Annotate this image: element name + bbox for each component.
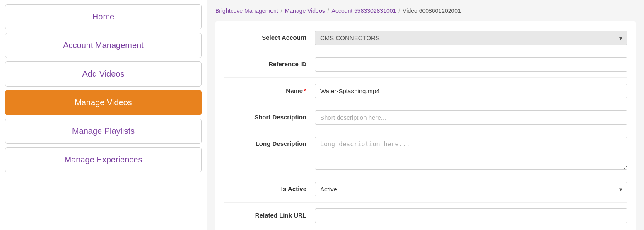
- form-row-related-link-url: Related Link URL: [224, 203, 627, 229]
- form-label-reference-id: Reference ID: [224, 57, 306, 68]
- input-reference-id[interactable]: [315, 57, 627, 72]
- form-label-related-link-url: Related Link URL: [224, 208, 306, 219]
- input-short-description[interactable]: [315, 110, 627, 125]
- form-label-short-description: Short Description: [224, 110, 306, 121]
- breadcrumb: Brightcove Management / Manage Videos / …: [215, 0, 636, 21]
- main-content: Brightcove Management / Manage Videos / …: [207, 0, 644, 230]
- form-label-long-description: Long Description: [224, 137, 306, 147]
- select-select-account[interactable]: CMS CONNECTORS: [315, 31, 627, 45]
- select-is-active[interactable]: ActiveInactive: [315, 182, 627, 196]
- form-label-name: Name*: [224, 84, 306, 94]
- sidebar-item-home[interactable]: Home: [5, 4, 202, 29]
- textarea-long-description[interactable]: [315, 137, 627, 170]
- breadcrumb-separator: /: [281, 7, 282, 14]
- breadcrumb-separator: /: [328, 7, 329, 14]
- form-row-is-active: Is ActiveActiveInactive▼: [224, 176, 627, 203]
- breadcrumb-item-account[interactable]: Account 5583302831001: [332, 7, 396, 14]
- input-name[interactable]: [315, 84, 627, 98]
- sidebar-item-manage-videos[interactable]: Manage Videos: [5, 90, 202, 115]
- form-row-select-account: Select AccountCMS CONNECTORS▼: [224, 25, 627, 51]
- form-area: Select AccountCMS CONNECTORS▼Reference I…: [215, 21, 636, 230]
- sidebar: HomeAccount ManagementAdd VideosManage V…: [0, 0, 207, 230]
- select-wrapper-is-active: ActiveInactive▼: [315, 182, 627, 196]
- input-related-link-url[interactable]: [315, 208, 627, 223]
- form-label-select-account: Select Account: [224, 31, 306, 41]
- required-indicator: *: [304, 87, 306, 94]
- sidebar-item-manage-experiences[interactable]: Manage Experiences: [5, 147, 202, 172]
- breadcrumb-item-brightcove-management[interactable]: Brightcove Management: [215, 7, 278, 14]
- breadcrumb-separator: /: [398, 7, 400, 14]
- form-label-is-active: Is Active: [224, 182, 306, 192]
- sidebar-item-manage-playlists[interactable]: Manage Playlists: [5, 119, 202, 144]
- breadcrumb-item-manage-videos[interactable]: Manage Videos: [285, 7, 325, 14]
- form-row-name: Name*: [224, 78, 627, 104]
- form-row-short-description: Short Description: [224, 104, 627, 131]
- form-row-long-description: Long Description: [224, 131, 627, 176]
- sidebar-item-account-management[interactable]: Account Management: [5, 33, 202, 58]
- sidebar-item-add-videos[interactable]: Add Videos: [5, 61, 202, 87]
- breadcrumb-item-video: Video 6008601202001: [403, 7, 461, 14]
- form-row-reference-id: Reference ID: [224, 51, 627, 78]
- select-wrapper-select-account: CMS CONNECTORS▼: [315, 31, 627, 45]
